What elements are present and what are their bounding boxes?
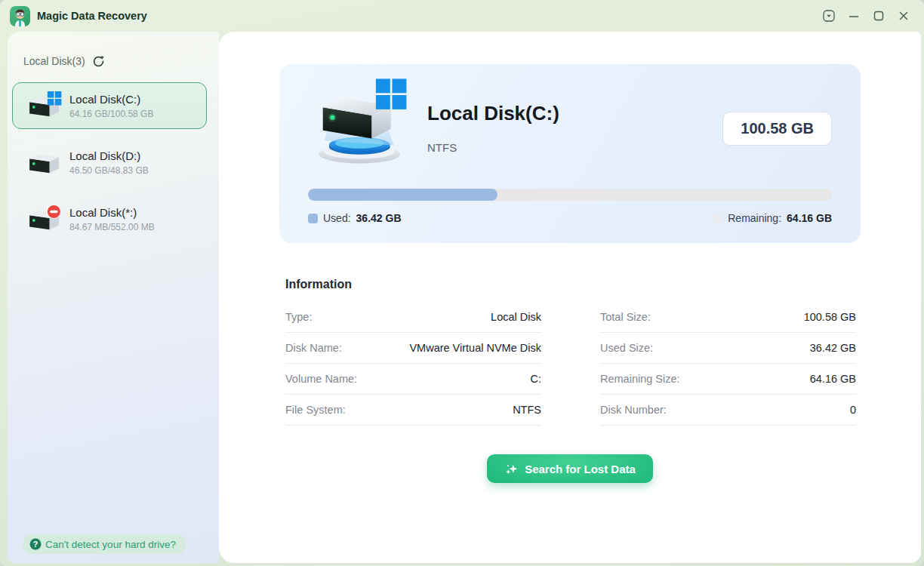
used-value: 36.42 GB: [356, 212, 402, 224]
remaining-swatch-icon: [713, 214, 722, 223]
disk-item-d[interactable]: Local Disk(D:) 46.50 GB/48.83 GB: [12, 139, 207, 186]
minimize-button[interactable]: [844, 6, 864, 26]
usage-progress-bar: [308, 189, 832, 201]
disk-list: Local Disk(C:) 64.16 GB/100.58 GB Local …: [8, 82, 219, 242]
disk-item-c[interactable]: Local Disk(C:) 64.16 GB/100.58 GB: [12, 82, 207, 129]
main-panel: Local Disk(C:) NTFS 100.58 GB Used: 36.4…: [219, 32, 921, 563]
disk-name: Local Disk(*:): [69, 206, 155, 219]
maximize-button[interactable]: [869, 6, 889, 26]
info-row-disk-number: Disk Number: 0: [600, 395, 856, 426]
close-button[interactable]: [894, 6, 913, 26]
hard-drive-windows-icon: [28, 91, 63, 120]
info-row-file-system: File System: NTFS: [285, 395, 541, 426]
legend-used: Used: 36.42 GB: [308, 212, 402, 224]
windows-logo-icon: [376, 78, 407, 109]
svg-text:?: ?: [33, 540, 38, 549]
remaining-value: 64.16 GB: [787, 212, 832, 224]
help-link[interactable]: ? Can't detect your hard drive?: [23, 534, 186, 554]
information-section: Information Type: Local Disk Disk Name: …: [285, 278, 856, 426]
info-row-total-size: Total Size: 100.58 GB: [600, 302, 856, 333]
hard-drive-blocked-icon: [28, 205, 63, 233]
used-label: Used:: [323, 212, 351, 224]
sidebar: Local Disk(3) Local Disk(C:): [8, 32, 219, 563]
disk-3d-icon: [303, 75, 420, 170]
disk-usage: 64.16 GB/100.58 GB: [69, 109, 153, 119]
disk-card-title: Local Disk(C:): [427, 102, 559, 125]
question-mark-icon: ?: [29, 538, 42, 550]
search-for-lost-data-button[interactable]: Search for Lost Data: [487, 454, 653, 483]
information-grid: Type: Local Disk Disk Name: VMware Virtu…: [285, 302, 856, 426]
content-area: Local Disk(3) Local Disk(C:): [0, 32, 924, 566]
title-bar: Magic Data Recovery: [0, 0, 924, 32]
info-row-type: Type: Local Disk: [285, 302, 541, 333]
used-swatch-icon: [308, 214, 318, 223]
search-button-container: Search for Lost Data: [219, 454, 921, 483]
popup-menu-button[interactable]: [819, 6, 839, 26]
disk-usage: 84.67 MB/552.00 MB: [69, 222, 155, 232]
help-link-label: Can't detect your hard drive?: [45, 539, 176, 550]
disk-file-system: NTFS: [427, 141, 457, 154]
legend-remaining: Remaining: 64.16 GB: [713, 212, 832, 224]
info-row-used-size: Used Size: 36.42 GB: [600, 333, 856, 364]
info-row-volume-name: Volume Name: C:: [285, 364, 541, 395]
sidebar-header: Local Disk(3): [8, 32, 219, 68]
app-title: Magic Data Recovery: [37, 10, 147, 22]
disk-count-label: Local Disk(3): [23, 55, 85, 67]
app-window: Magic Data Recovery: [0, 0, 924, 566]
usage-legend: Used: 36.42 GB Remaining: 64.16 GB: [308, 212, 832, 224]
info-row-disk-name: Disk Name: VMware Virtual NVMe Disk: [285, 333, 541, 364]
disk-name: Local Disk(C:): [69, 93, 153, 106]
remaining-label: Remaining:: [728, 212, 781, 224]
info-row-remaining-size: Remaining Size: 64.16 GB: [600, 364, 856, 395]
sparkle-icon: [504, 462, 519, 476]
total-size-badge: 100.58 GB: [722, 112, 832, 146]
refresh-icon[interactable]: [92, 54, 106, 68]
disk-name: Local Disk(D:): [69, 149, 149, 162]
window-controls: [819, 6, 913, 26]
hard-drive-icon: [28, 148, 63, 177]
disk-item-star[interactable]: Local Disk(*:) 84.67 MB/552.00 MB: [12, 195, 207, 242]
disk-usage: 46.50 GB/48.83 GB: [69, 165, 149, 176]
app-logo-icon: [10, 6, 30, 26]
usage-progress-fill: [308, 189, 497, 201]
information-heading: Information: [285, 278, 856, 291]
disk-summary-card: Local Disk(C:) NTFS 100.58 GB Used: 36.4…: [279, 64, 861, 243]
